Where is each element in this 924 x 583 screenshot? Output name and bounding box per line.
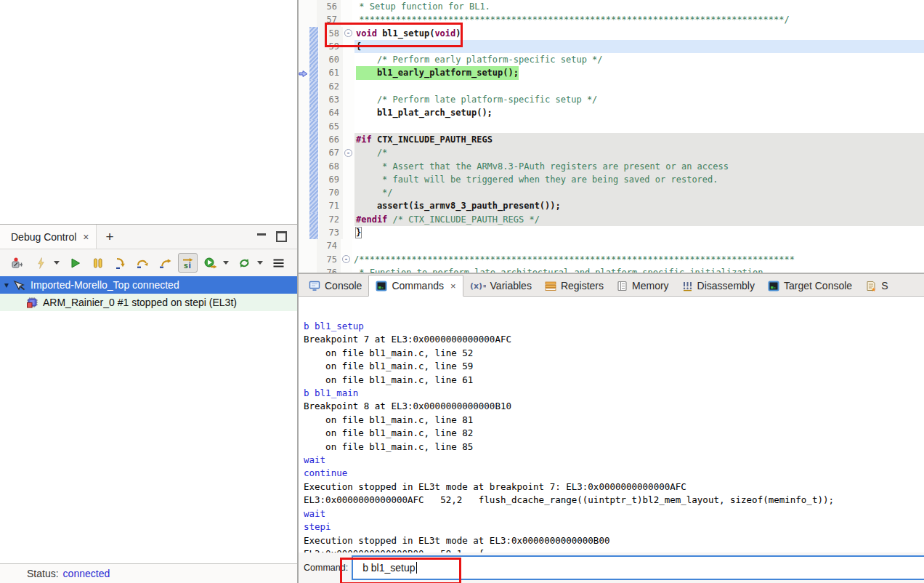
line-number: 63 (319, 93, 343, 106)
tree-item-label: Imported-Morello_Top connected (31, 279, 179, 291)
code-line: * Assert that the ARMv8.3-PAuth register… (354, 160, 924, 173)
console-output-line: on file bl1_main.c, line 82 (304, 427, 924, 440)
console-output-line: EL3:0x0000000000000B00 59,1 { (304, 547, 924, 552)
code-line (354, 80, 924, 93)
tab-label: Commands (392, 280, 444, 292)
interrupt-icon (93, 257, 103, 269)
debug-tree-row[interactable]: ▾Imported-Morello_Top connected (0, 276, 297, 294)
command-input[interactable]: b bl1_setup (352, 555, 924, 580)
tab-disassembly[interactable]: Disassembly (676, 276, 761, 296)
tab-label: Console (325, 280, 362, 292)
code-line: #endif /* CTX_INCLUDE_PAUTH_REGS */ (354, 213, 924, 226)
editor-range-indicator (308, 0, 317, 13)
debug-tree: ▾Imported-Morello_Top connectedARM_Raini… (0, 276, 297, 311)
tab-target-console[interactable]: Target Console (761, 276, 859, 296)
editor-fold-gutter (341, 239, 352, 252)
tab-debug-control[interactable]: Debug Control × (0, 225, 97, 249)
minimize-icon[interactable] (257, 233, 266, 236)
step-over-button[interactable] (133, 253, 153, 273)
fold-collapse-icon[interactable]: - (342, 255, 350, 263)
tab-commands[interactable]: Commands× (368, 275, 463, 297)
editor-marker-gutter (299, 53, 308, 66)
tab-s[interactable]: ★S (859, 276, 894, 296)
fold-collapse-icon[interactable]: - (344, 149, 352, 157)
step-into-button[interactable] (110, 253, 130, 273)
console-output-line: on file bl1_main.c, line 81 (304, 414, 924, 427)
tab-label: S (881, 280, 888, 292)
fold-collapse-icon[interactable]: - (344, 29, 352, 37)
commands-icon (376, 281, 387, 292)
editor-line: 75-/************************************… (299, 253, 924, 266)
commands-output[interactable]: b bl1_setupBreakpoint 7 at EL3:0x0000000… (299, 297, 924, 552)
command-input-value: b bl1_setup (362, 562, 415, 574)
editor-fold-gutter (343, 93, 354, 106)
close-icon[interactable]: × (83, 231, 89, 243)
editor-line: 62 (299, 80, 924, 93)
editor-range-indicator (308, 80, 319, 93)
code-editor[interactable]: 56 * Setup function for BL1.57 *********… (299, 0, 924, 274)
tab-label: Disassembly (697, 280, 755, 292)
editor-range-indicator (308, 120, 319, 133)
interrupt-button[interactable] (88, 253, 108, 273)
restart-button[interactable] (235, 253, 254, 273)
console-output-line: on file bl1_main.c, line 52 (304, 347, 924, 360)
editor-range-indicator (308, 266, 317, 274)
editor-fold-gutter: - (343, 146, 354, 159)
matching-bracket: } (356, 228, 361, 238)
line-number: 58 (319, 27, 343, 40)
tab-memory[interactable]: Memory (610, 276, 676, 296)
new-tab-button[interactable]: + (97, 229, 122, 245)
step-over-icon (137, 257, 149, 269)
code-line (354, 120, 924, 133)
flash-device-button[interactable] (31, 253, 51, 273)
code-line: bl1_early_platform_setup(); (354, 66, 924, 79)
editor-fold-gutter: - (341, 253, 352, 266)
flash-device-icon (36, 257, 46, 269)
instruction-step-toggle-button[interactable]: si (178, 253, 198, 273)
run-to-button[interactable] (200, 253, 220, 273)
continue-button[interactable] (65, 253, 85, 273)
svg-text:s: s (184, 261, 188, 269)
dropdown-caret-icon[interactable] (54, 261, 60, 265)
scripts-icon: ★ (865, 281, 877, 292)
close-icon[interactable]: × (450, 281, 456, 292)
line-number: 66 (319, 133, 343, 146)
editor-marker-gutter (299, 80, 308, 93)
editor-fold-gutter (341, 13, 352, 26)
maximize-icon[interactable] (276, 231, 287, 242)
editor-range-indicator (308, 93, 319, 106)
continue-icon (70, 257, 81, 269)
line-number: 69 (319, 173, 343, 186)
memory-icon (617, 281, 628, 292)
connect-target-button[interactable] (9, 253, 28, 273)
line-number: 59 (319, 40, 343, 53)
debug-tree-row[interactable]: ARM_Rainier_0 #1 stopped on stepi (EL3t) (0, 294, 297, 311)
tab-variables[interactable]: (x)=Variables (463, 276, 538, 296)
execution-highlight: bl1_early_platform_setup(); (356, 66, 519, 79)
view-menu-button[interactable] (269, 253, 288, 273)
console-output-line: on file bl1_main.c, line 61 (304, 374, 924, 387)
dropdown-caret-icon[interactable] (257, 261, 263, 265)
code-line: } (354, 226, 924, 239)
tab-label: Registers (561, 280, 604, 292)
dropdown-caret-icon[interactable] (223, 261, 229, 265)
restart-icon (238, 257, 251, 269)
step-return-button[interactable] (155, 253, 175, 273)
editor-line: 74 (299, 239, 924, 252)
tab-console[interactable]: Console (302, 276, 368, 296)
tab-registers[interactable]: Registers (538, 276, 610, 296)
editor-range-indicator (308, 173, 319, 186)
editor-marker-gutter (299, 27, 308, 40)
svg-text:i: i (188, 261, 190, 269)
variables-icon: (x)= (470, 281, 486, 291)
editor-range-indicator (308, 106, 319, 119)
editor-line: 73} (299, 226, 924, 239)
editor-range-indicator (308, 213, 319, 226)
disassembly-icon (682, 281, 693, 292)
expand-toggle-icon[interactable]: ▾ (0, 280, 13, 290)
editor-range-indicator (308, 133, 319, 146)
core-icon (26, 297, 38, 308)
editor-range-indicator (308, 40, 319, 53)
console-command-line: wait (304, 507, 924, 520)
target-console-icon (768, 281, 779, 292)
